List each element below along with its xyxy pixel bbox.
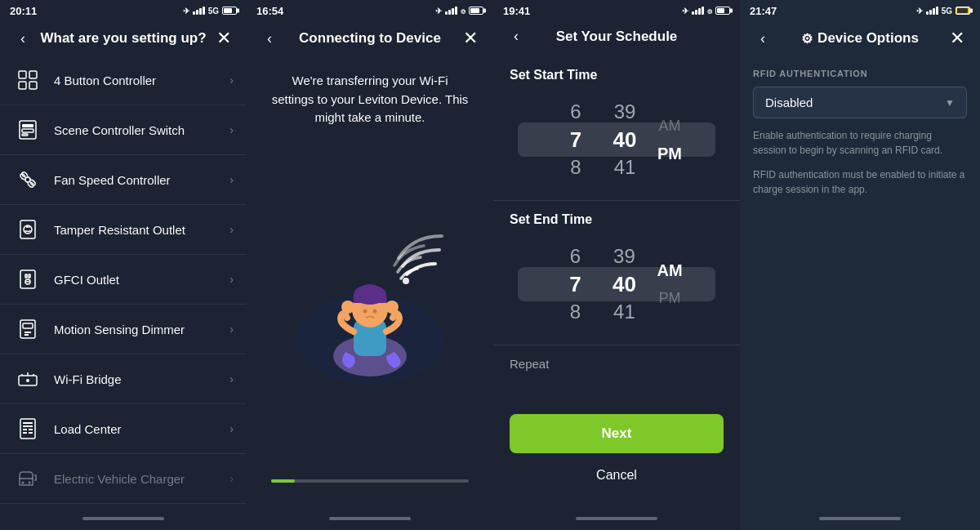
end-time-picker[interactable]: 5 6 7 8 9 38 39 40 41 42 AM PM — [510, 235, 724, 333]
home-bar-3 — [576, 517, 657, 520]
svg-rect-12 — [29, 225, 30, 228]
end-pm-option: PM — [658, 284, 680, 312]
close-button-4[interactable]: ✕ — [947, 28, 967, 49]
list-item-4-button[interactable]: 4 Button Controller › — [0, 56, 247, 105]
svg-rect-28 — [29, 432, 33, 434]
location-icon-3: ✈ — [682, 7, 688, 16]
home-indicator-3 — [493, 507, 740, 530]
wifi-bridge-label: Wi-Fi Bridge — [54, 372, 229, 386]
rfid-helper-1: Enable authentication to require chargin… — [753, 128, 967, 158]
status-bar-2: 16:54 ✈ ⌾ — [247, 0, 493, 20]
schedule-actions: Next Cancel — [493, 406, 740, 499]
close-button-2[interactable]: ✕ — [461, 28, 480, 49]
network-type-1: 5G — [208, 7, 219, 16]
svg-rect-25 — [23, 429, 27, 430]
end-ampm-col[interactable]: AM PM — [657, 256, 682, 312]
signal-bars-3 — [692, 7, 704, 15]
status-icons-1: ✈ 5G — [183, 7, 237, 16]
device-list: 4 Button Controller › Scene Controller S… — [0, 56, 247, 507]
motion-dimmer-icon — [13, 314, 42, 344]
home-bar-4 — [819, 517, 901, 520]
back-button-4[interactable]: ‹ — [753, 30, 773, 47]
progress-bar — [271, 479, 469, 483]
start-hour-selected: 7 — [551, 126, 600, 154]
svg-point-29 — [22, 482, 24, 484]
end-minute-col[interactable]: 38 39 40 41 42 — [599, 235, 648, 333]
start-min-selected: 40 — [600, 126, 649, 154]
fan-speed-icon — [13, 165, 42, 194]
status-icons-4: ✈ 5G — [916, 7, 970, 16]
start-time-picker[interactable]: 5 6 7 8 9 38 39 40 41 42 AM PM — [510, 91, 724, 189]
4-button-icon — [13, 65, 42, 95]
svg-rect-9 — [20, 220, 35, 238]
svg-rect-6 — [22, 129, 33, 132]
start-ampm-col[interactable]: AM PM — [657, 112, 682, 167]
start-hour-col[interactable]: 5 6 7 8 9 — [551, 91, 600, 189]
end-min-selected: 40 — [599, 270, 648, 298]
list-item-load-center[interactable]: Load Center › — [0, 404, 247, 454]
list-item-tamper-outlet[interactable]: Tamper Resistant Outlet › — [0, 205, 247, 255]
motion-dimmer-label: Motion Sensing Dimmer — [54, 323, 229, 336]
cancel-button[interactable]: Cancel — [510, 460, 724, 491]
connecting-text: We're transferring your Wi-Fi settings t… — [271, 72, 469, 127]
list-item-ev-charger[interactable]: Electric Vehicle Charger › — [0, 454, 247, 504]
rfid-chevron-icon: ▼ — [945, 97, 955, 109]
bar2-1 — [445, 11, 448, 15]
panel-connecting: 16:54 ✈ ⌾ ‹ Connecting to Device ✕ We're… — [247, 0, 493, 530]
end-hour-3: 8 — [550, 298, 599, 326]
chevron-4-button: › — [229, 73, 234, 87]
chevron-gfci: › — [229, 273, 234, 286]
bar2 — [196, 10, 198, 15]
bar4-1 — [926, 11, 929, 15]
fan-speed-label: Fan Speed Controller — [54, 173, 229, 187]
chevron-motion-dimmer: › — [229, 323, 234, 336]
location-icon-2: ✈ — [435, 7, 442, 16]
wifi-icon-3: ⌾ — [707, 7, 712, 16]
status-icons-2: ✈ ⌾ — [435, 7, 483, 16]
scene-controller-icon — [13, 115, 42, 145]
svg-rect-11 — [26, 225, 28, 228]
start-hour-3: 8 — [551, 154, 600, 181]
back-button-2[interactable]: ‹ — [260, 30, 279, 47]
header-4: ‹ ⚙ Device Options ✕ — [740, 20, 980, 56]
connecting-body: We're transferring your Wi-Fi settings t… — [247, 56, 493, 507]
time-4: 21:47 — [750, 5, 777, 17]
svg-rect-5 — [22, 124, 33, 127]
back-button-1[interactable]: ‹ — [13, 30, 33, 47]
start-minute-col[interactable]: 38 39 40 41 42 — [600, 91, 649, 189]
start-min-3: 41 — [600, 154, 649, 181]
bar1 — [193, 11, 195, 15]
bar2-4 — [455, 7, 457, 15]
gfci-label: GFCI Outlet — [54, 273, 229, 287]
end-hour-col[interactable]: 5 6 7 8 9 — [550, 235, 599, 333]
list-item-fan-speed[interactable]: Fan Speed Controller › — [0, 155, 247, 205]
bar4-3 — [933, 8, 935, 15]
svg-point-21 — [26, 379, 29, 382]
bar4-4 — [936, 7, 938, 15]
next-button[interactable]: Next — [510, 414, 724, 453]
home-indicator-1 — [0, 507, 247, 530]
rfid-select[interactable]: Disabled ▼ — [753, 87, 967, 118]
chevron-wifi-bridge: › — [229, 372, 234, 385]
list-item-motion-dimmer[interactable]: Motion Sensing Dimmer › — [0, 305, 247, 354]
ev-charger-label: Electric Vehicle Charger — [54, 472, 229, 486]
bar4-2 — [929, 10, 932, 15]
chevron-scene-controller: › — [229, 123, 234, 136]
progress-fill — [271, 479, 295, 483]
list-item-wifi-bridge[interactable]: Wi-Fi Bridge › — [0, 354, 247, 404]
wifi-bridge-icon — [13, 364, 42, 394]
svg-point-36 — [363, 310, 368, 314]
svg-rect-27 — [23, 432, 27, 434]
svg-rect-15 — [29, 274, 30, 278]
location-icon: ✈ — [183, 7, 189, 16]
page-title-3: Set Your Schedule — [526, 29, 707, 45]
home-indicator-4 — [740, 507, 980, 530]
start-min-4: 42 — [600, 181, 649, 189]
list-item-scene-controller[interactable]: Scene Controller Switch › — [0, 105, 247, 155]
svg-point-38 — [341, 301, 354, 314]
start-pm-option: PM — [657, 140, 682, 167]
back-button-3[interactable]: ‹ — [506, 28, 526, 45]
list-item-gfci[interactable]: GFCI Outlet › — [0, 255, 247, 305]
end-hour-0: 5 — [550, 235, 599, 243]
close-button-1[interactable]: ✕ — [214, 28, 234, 49]
